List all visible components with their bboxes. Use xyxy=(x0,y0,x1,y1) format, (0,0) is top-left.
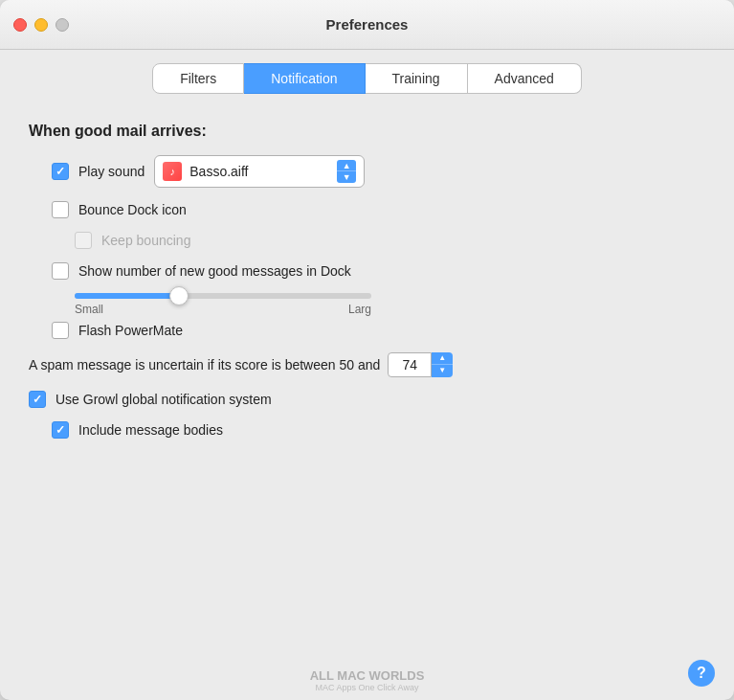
minimize-button[interactable] xyxy=(34,18,48,32)
show-number-label: Show number of new good messages in Dock xyxy=(78,263,351,279)
play-sound-row: Play sound ♪ Basso.aiff ▲ ▼ xyxy=(52,155,705,188)
spam-score-stepper[interactable]: ▲ ▼ xyxy=(432,352,453,377)
spam-score-input: ▲ ▼ xyxy=(388,352,453,377)
spam-score-field[interactable] xyxy=(388,352,432,377)
watermark: ALL MAC WORLDS MAC Apps One Click Away xyxy=(310,668,425,692)
slider-fill xyxy=(75,293,179,299)
slider-labels: Small Larg xyxy=(75,303,371,316)
keep-bouncing-row: Keep bouncing xyxy=(75,232,705,249)
spam-text-before: A spam message is uncertain if its score… xyxy=(29,354,380,375)
include-bodies-row: Include message bodies xyxy=(52,421,705,439)
sound-name: Basso.aiff xyxy=(189,164,333,179)
watermark-title: ALL MAC WORLDS xyxy=(310,668,425,683)
preferences-window: Preferences Filters Notification Trainin… xyxy=(0,0,734,700)
flash-powermate-row: Flash PowerMate xyxy=(52,322,705,339)
play-sound-label: Play sound xyxy=(78,164,145,179)
bounce-dock-label: Bounce Dock icon xyxy=(78,202,187,217)
sound-stepper[interactable]: ▲ ▼ xyxy=(337,160,356,183)
flash-powermate-label: Flash PowerMate xyxy=(78,323,183,338)
maximize-button[interactable] xyxy=(56,18,69,32)
content-area: When good mail arrives: Play sound ♪ Bas… xyxy=(0,103,734,650)
include-bodies-checkbox[interactable] xyxy=(52,421,69,439)
traffic-lights xyxy=(0,18,69,32)
bounce-dock-checkbox[interactable] xyxy=(52,201,69,218)
spam-score-down[interactable]: ▼ xyxy=(432,365,453,377)
spam-score-row: A spam message is uncertain if its score… xyxy=(29,352,705,377)
close-button[interactable] xyxy=(13,18,27,32)
include-bodies-label: Include message bodies xyxy=(78,422,223,438)
show-number-row: Show number of new good messages in Dock xyxy=(52,262,705,280)
show-number-checkbox[interactable] xyxy=(52,262,69,280)
titlebar: Preferences xyxy=(0,0,734,50)
slider-container: Small Larg xyxy=(75,293,705,316)
footer: ALL MAC WORLDS MAC Apps One Click Away ? xyxy=(0,650,734,700)
sound-stepper-down[interactable]: ▼ xyxy=(337,171,356,183)
play-sound-checkbox[interactable] xyxy=(52,163,69,180)
flash-powermate-checkbox[interactable] xyxy=(52,322,69,339)
spam-section: A spam message is uncertain if its score… xyxy=(29,352,705,439)
section-title: When good mail arrives: xyxy=(29,123,705,140)
slider-large-label: Larg xyxy=(348,303,371,316)
keep-bouncing-checkbox[interactable] xyxy=(75,232,92,249)
sound-dropdown[interactable]: ♪ Basso.aiff ▲ ▼ xyxy=(154,155,365,188)
spam-score-up[interactable]: ▲ xyxy=(432,352,453,365)
use-growl-label: Use Growl global notification system xyxy=(56,392,272,407)
use-growl-checkbox[interactable] xyxy=(29,391,46,408)
bounce-dock-row: Bounce Dock icon xyxy=(52,201,705,218)
watermark-subtitle: MAC Apps One Click Away xyxy=(310,683,425,692)
tab-filters[interactable]: Filters xyxy=(152,63,244,94)
sound-file-icon: ♪ xyxy=(163,162,182,181)
help-button[interactable]: ? xyxy=(688,660,715,687)
use-growl-row: Use Growl global notification system xyxy=(29,391,705,408)
tab-advanced[interactable]: Advanced xyxy=(468,63,582,94)
tab-training[interactable]: Training xyxy=(366,63,468,94)
slider-track[interactable] xyxy=(75,293,371,299)
tab-bar: Filters Notification Training Advanced xyxy=(0,50,734,103)
keep-bouncing-label: Keep bouncing xyxy=(101,233,190,248)
slider-small-label: Small xyxy=(75,303,103,316)
tab-notification[interactable]: Notification xyxy=(244,63,365,94)
sound-stepper-up[interactable]: ▲ xyxy=(337,160,356,171)
window-title: Preferences xyxy=(326,16,409,33)
